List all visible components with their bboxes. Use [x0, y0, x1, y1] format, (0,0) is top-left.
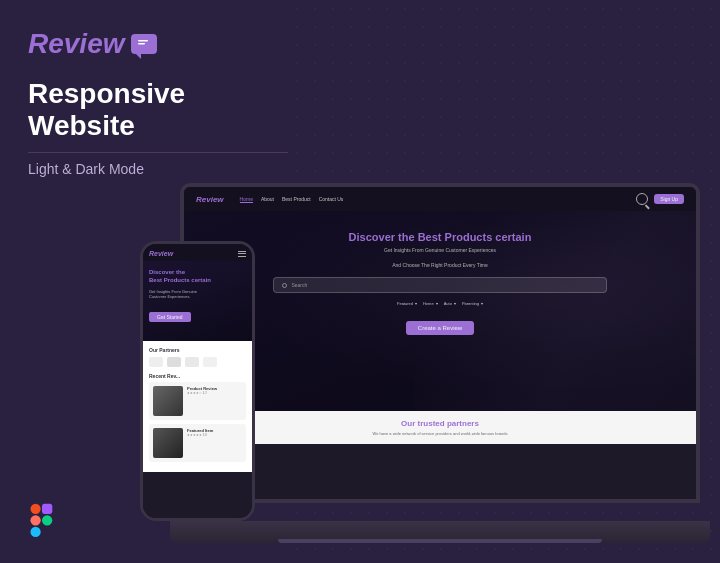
- website-nav-right: Sign Up: [636, 193, 684, 205]
- mobile-recent-label: Recent Rev...: [149, 373, 246, 379]
- laptop-screen-inner: Review Home About Best Product Contact U…: [184, 187, 696, 499]
- website-nav-links: Home About Best Product Contact Us: [240, 196, 344, 203]
- tag-auto[interactable]: Auto: [444, 301, 456, 306]
- svg-rect-1: [138, 40, 148, 42]
- svg-rect-2: [138, 43, 145, 45]
- brand-logo: Review: [28, 28, 692, 60]
- mobile-card-sub-2: ★★★★★ 4.8: [187, 433, 213, 437]
- svg-rect-6: [42, 504, 52, 514]
- mobile-mockup: Review Discover the Best Products certai…: [140, 241, 255, 521]
- laptop-base: [170, 521, 710, 543]
- partners-subtitle: We have a wide network of service provid…: [196, 431, 684, 436]
- mobile-card-text-1: Product Review ★★★★☆ 4.2: [187, 386, 217, 416]
- nav-link-about[interactable]: About: [261, 196, 274, 203]
- mobile-content: Our Partners Recent Rev... Product Revie…: [143, 341, 252, 472]
- mobile-hero-title: Discover the Best Products certain: [149, 269, 246, 285]
- mobile-card-2: Featured Item ★★★★★ 4.8: [149, 424, 246, 462]
- mobile-frame: Review Discover the Best Products certai…: [140, 241, 255, 521]
- partner-logo-2: [167, 357, 181, 367]
- mobile-navbar: Review: [143, 244, 252, 261]
- mobile-card-image-2: [153, 428, 183, 458]
- svg-rect-5: [30, 527, 40, 537]
- nav-link-contact[interactable]: Contact Us: [319, 196, 344, 203]
- mobile-card-sub-1: ★★★★☆ 4.2: [187, 391, 217, 395]
- nav-link-best-product[interactable]: Best Product: [282, 196, 311, 203]
- hamburger-icon[interactable]: [238, 251, 246, 257]
- menu-bar-1: [238, 251, 246, 252]
- laptop-mockup: Review Home About Best Product Contact U…: [180, 183, 700, 543]
- svg-rect-4: [30, 515, 40, 525]
- hero-title-highlight: certain: [495, 231, 531, 243]
- hero-title-main: Discover the Best Products: [349, 231, 493, 243]
- mobile-hero: Discover the Best Products certain Get I…: [143, 261, 252, 341]
- menu-bar-3: [238, 256, 246, 257]
- nav-link-home[interactable]: Home: [240, 196, 253, 203]
- laptop-screen: Review Home About Best Product Contact U…: [180, 183, 700, 503]
- mobile-hero-title-line2: Best Products certain: [149, 277, 211, 283]
- tag-featured[interactable]: Featured: [397, 301, 417, 306]
- hero-content: Discover the Best Products certain Get I…: [184, 211, 696, 335]
- website-logo: Review: [196, 195, 224, 204]
- tag-home[interactable]: Home: [423, 301, 438, 306]
- hero-title: Discover the Best Products certain: [202, 231, 678, 243]
- hero-search-placeholder: Search: [291, 282, 307, 288]
- header: Review Responsive Website Light & Dark M…: [0, 0, 720, 177]
- hero-subtitle-1: Get Insights From Genuine Customer Exper…: [202, 247, 678, 254]
- figma-icon: [22, 501, 62, 541]
- mockup-container: Review Home About Best Product Contact U…: [140, 165, 700, 543]
- mobile-cta-button[interactable]: Get Started: [149, 312, 191, 322]
- mobile-logo: Review: [149, 250, 173, 257]
- website-search-icon[interactable]: [636, 193, 648, 205]
- partner-logo-3: [185, 357, 199, 367]
- svg-rect-0: [135, 37, 151, 48]
- partners-section: Our trusted partners We have a wide netw…: [184, 411, 696, 444]
- mobile-card-image-1: [153, 386, 183, 416]
- mobile-screen: Review Discover the Best Products certai…: [143, 244, 252, 518]
- partners-title: Our trusted partners: [196, 419, 684, 428]
- hero-subtitle-2: And Choose The Right Product Every Time: [202, 262, 678, 269]
- mobile-partner-logos: [149, 357, 246, 367]
- website-navbar: Review Home About Best Product Contact U…: [184, 187, 696, 211]
- mobile-hero-title-line1: Discover the: [149, 269, 185, 275]
- hero-search-bar[interactable]: Search: [273, 277, 606, 293]
- mobile-card-text-2: Featured Item ★★★★★ 4.8: [187, 428, 213, 458]
- search-icon: [282, 283, 287, 288]
- chat-bubble-icon: [131, 34, 157, 54]
- mobile-hero-content: Discover the Best Products certain Get I…: [149, 269, 246, 323]
- website-hero: Discover the Best Products certain Get I…: [184, 211, 696, 411]
- brand-name: Review: [28, 28, 125, 60]
- mobile-partners-title: Our Partners: [149, 347, 246, 353]
- hero-category-tags: Featured Home Auto Parenting: [202, 301, 678, 306]
- mobile-card-1: Product Review ★★★★☆ 4.2: [149, 382, 246, 420]
- mobile-hero-subtitle: Get Insights From GenuineCustomer Experi…: [149, 289, 246, 299]
- page-title: Responsive Website: [28, 78, 288, 153]
- menu-bar-2: [238, 253, 246, 254]
- svg-rect-3: [30, 504, 40, 514]
- hero-cta-button[interactable]: Create a Review: [406, 321, 474, 335]
- partner-logo-4: [203, 357, 217, 367]
- tag-parenting[interactable]: Parenting: [462, 301, 483, 306]
- svg-rect-7: [42, 515, 52, 525]
- website-signup-button[interactable]: Sign Up: [654, 194, 684, 204]
- partner-logo-1: [149, 357, 163, 367]
